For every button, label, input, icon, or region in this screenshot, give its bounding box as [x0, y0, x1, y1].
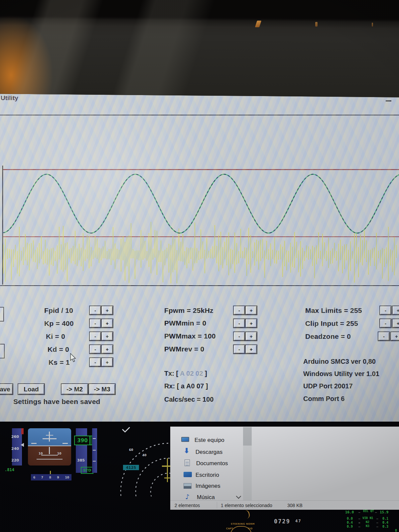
reflection-glint [315, 22, 318, 27]
to-m2-button[interactable]: -> M2 [62, 384, 88, 394]
screen: Utility Fpid / 10 Kp = 400 Ki = 0 Kd = 0… [0, 90, 399, 532]
mouse-cursor [70, 353, 77, 363]
clipinput-plus-button[interactable]: + [393, 319, 399, 328]
altitude-value: 385 [77, 458, 85, 463]
sidebar-item-imagenes[interactable]: Imágenes [196, 483, 220, 489]
eicas-dash: – [376, 517, 378, 520]
steering-fo-label: F/O [248, 527, 252, 530]
eicas-value: 0.0 [347, 517, 353, 520]
feedback-wave-trace [3, 174, 399, 233]
minimize-icon[interactable] [386, 100, 391, 101]
kp-plus-button[interactable]: + [102, 319, 113, 328]
pwmmax-plus-button[interactable]: + [246, 332, 257, 340]
pwmmin-label: PWMmin = 0 [164, 319, 206, 327]
status-selection: 1 elemento seleccionado [221, 503, 272, 508]
ks-plus-button[interactable]: + [102, 358, 113, 366]
left-edge-partial-box [0, 344, 5, 358]
downloads-icon: ⬇ [184, 447, 190, 455]
horizon-line [28, 446, 71, 446]
kp-label: Kp = 400 [44, 320, 74, 328]
plot-bottom-border [0, 285, 399, 286]
ks-minus-button[interactable]: - [90, 358, 101, 366]
pwmmax-minus-button[interactable]: - [234, 332, 245, 340]
reflection-glint [372, 23, 373, 27]
fpwm-plus-button[interactable]: + [246, 306, 257, 315]
sidebar-item-escritorio[interactable]: Escritorio [196, 472, 219, 478]
speed-tick: 260 [11, 435, 19, 439]
heading-tick: 10 [65, 476, 69, 479]
eicas-value: 0.1 [382, 517, 388, 520]
sidebar-item-descargas[interactable]: Descargas [196, 449, 222, 456]
kd-label: Kd = 0 [48, 345, 69, 353]
ki-label: Ki = 0 [46, 332, 65, 340]
arduino-version: Arduino SMC3 ver 0,80 [303, 358, 376, 365]
utility-version: Windows Utility ver 1.01 [303, 370, 379, 378]
load-button[interactable]: Load [18, 384, 44, 394]
smc3-utility-window: Utility Fpid / 10 Kp = 400 Ki = 0 Kd = 0… [0, 90, 399, 422]
pwmrev-minus-button[interactable]: - [234, 345, 245, 353]
deadzone-minus-button[interactable]: - [378, 332, 389, 340]
status-divider [217, 502, 217, 508]
fpid-plus-button[interactable]: + [102, 306, 113, 315]
kp-minus-button[interactable]: - [90, 319, 101, 328]
vsi-mark [93, 461, 96, 462]
target-wave-trace [3, 174, 399, 233]
clipinput-minus-button[interactable]: - [380, 319, 391, 328]
sidebar-item-documentos[interactable]: Documentos [196, 460, 228, 467]
ki-minus-button[interactable]: - [90, 332, 101, 340]
window-title: Utility [1, 94, 18, 102]
nav-scrollbar-track[interactable] [243, 427, 252, 500]
kd-minus-button[interactable]: - [90, 345, 101, 353]
aircraft-symbol-body [167, 458, 168, 482]
pfd-heading-tape: 6 7 8 9 10 [31, 474, 71, 480]
heading-tick: 9 [57, 476, 59, 479]
steering-pointer-arc [242, 509, 251, 519]
pwmrev-plus-button[interactable]: + [246, 345, 257, 353]
eicas-label: VIB N1 [362, 516, 373, 520]
sidebar-item-este-equipo[interactable]: Este equipo [195, 437, 224, 444]
to-m3-button[interactable]: -> M3 [89, 384, 115, 394]
rx-readout: Rx: [ a A0 07 ] [164, 382, 208, 390]
monitor-photo: Utility Fpid / 10 Kp = 400 Ki = 0 Kd = 0… [0, 0, 399, 532]
clock-seconds: 47 [295, 519, 301, 523]
explorer-status-bar: 2 elementos 1 elemento seleccionado 308 … [170, 500, 399, 510]
sidebar-item-musica[interactable]: Música [197, 494, 215, 501]
nd-check-mark [122, 427, 130, 432]
eicas-label: OIL QT [363, 509, 374, 513]
eicas-dash: – [358, 511, 360, 514]
fpwm-label: Fpwm = 25kHz [164, 307, 213, 315]
deadzone-plus-button[interactable]: + [391, 332, 399, 340]
calcs-readout: Calcs/sec = 100 [164, 396, 213, 403]
nav-scrollbar-thumb[interactable] [243, 427, 252, 446]
vsi-mark [93, 450, 96, 451]
baro-mode-box: STD [81, 467, 93, 474]
fpwm-minus-button[interactable]: - [234, 306, 245, 315]
speed-red-bar [21, 428, 24, 434]
kd-plus-button[interactable]: + [102, 345, 113, 353]
eicas-dash: – [376, 521, 378, 524]
room-reflection-area [0, 0, 399, 97]
range-label-outer: 60 [129, 448, 133, 452]
tx-readout: Tx: [ A 02 02 ] [164, 370, 207, 377]
pfd-altitude-tape [76, 428, 87, 473]
waveform-plot [0, 115, 399, 285]
maxlimits-plus-button[interactable]: + [393, 306, 399, 315]
ks-label: Ks = 1 [49, 358, 70, 366]
heading-tick: 6 [33, 476, 35, 479]
speed-tick: 240 [11, 447, 19, 451]
mach-readout: .814 [5, 467, 14, 472]
pitch-mark-up [46, 435, 53, 436]
pwmmin-plus-button[interactable]: + [246, 319, 257, 328]
maxlimits-minus-button[interactable]: - [380, 306, 391, 315]
ki-plus-button[interactable]: + [102, 332, 113, 340]
eicas-value: 0.4 [382, 521, 388, 524]
speed-pointer [21, 443, 24, 447]
pwmmin-minus-button[interactable]: - [234, 319, 245, 328]
save-button[interactable]: ave [0, 384, 13, 394]
tx-prefix: Tx: [ [164, 370, 178, 377]
fpid-minus-button[interactable]: - [90, 306, 101, 315]
udp-port: UDP Port 20017 [303, 382, 353, 390]
range-label-inner: 40 [142, 454, 147, 457]
maxlimits-label: Max Limits = 255 [305, 307, 362, 315]
chevron-down-icon[interactable] [237, 494, 240, 498]
